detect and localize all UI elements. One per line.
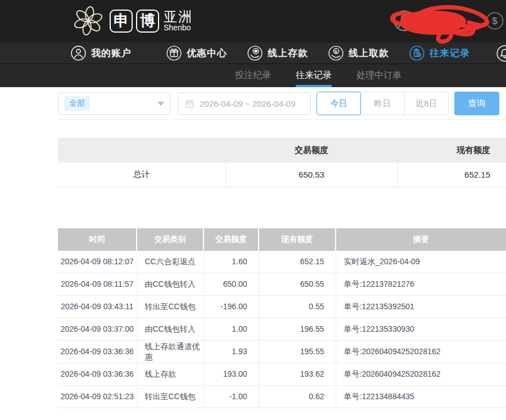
records-subnav: 投注纪录 往来记录 处理中订单 [0, 64, 506, 87]
type-dropdown-selected-tag: 全部 [64, 96, 90, 111]
cell-time: 2026-04-09 03:37:00 [58, 318, 137, 341]
table-row: 2026-04-09 03:37:00 由CC钱包转入 1.00 196.55 … [58, 318, 506, 341]
cell-time: 2026-04-09 08:11:57 [58, 273, 137, 296]
summary-total-row: 总计 650.53 652.15 [58, 162, 506, 187]
search-button[interactable]: 查询 [454, 92, 499, 115]
cell-balance: 0.55 [259, 296, 336, 318]
table-header-row: 时间 交易类别 交易额度 现有额度 摘要 [58, 228, 506, 251]
date-range-value: 2026-04-09 ~ 2026-04-09 [200, 99, 296, 109]
cell-time: 2026-04-09 03:43:11 [58, 296, 137, 318]
cell-time: 2026-04-09 03:36:36 [58, 341, 137, 363]
cell-time: 2026-04-09 02:51:23 [58, 386, 137, 408]
cell-balance: 650.55 [259, 273, 336, 296]
col-category: 交易类别 [137, 228, 204, 251]
summary-header-transaction-amount: 交易额度 [225, 138, 397, 162]
cell-category: 线上存款 [137, 363, 204, 386]
cell-category: 由CC钱包转入 [137, 318, 204, 341]
summary-header-empty [58, 138, 225, 162]
summary-total-label: 总计 [58, 162, 225, 187]
user-icon [71, 46, 86, 61]
col-memo: 摘要 [336, 228, 506, 251]
cell-memo: 单号:122135330930 [336, 318, 506, 341]
chevron-down-icon [157, 102, 164, 106]
table-row: 2026-04-09 02:51:23 转出至CC钱包 -1.00 0.62 单… [58, 386, 506, 408]
date-range-input[interactable]: 2026-04-09 ~ 2026-04-09 [178, 92, 311, 115]
nav-item-withdraw[interactable]: $ 线上取款 [328, 46, 389, 61]
type-dropdown[interactable]: 全部 [58, 92, 170, 115]
filter-bar: 全部 2026-04-09 ~ 2026-04-09 今日 昨日 近8日 查询 [58, 92, 506, 115]
cell-memo: 单号:202604094252028162 [336, 363, 506, 386]
gift-icon [166, 46, 182, 61]
notification-bell-icon[interactable] [496, 45, 506, 62]
main-navigation: 我的账户 优惠中心 线上存款 [0, 42, 506, 64]
totals-summary-table: 交易额度 现有额度 总计 650.53 652.15 [58, 138, 506, 187]
yesterday-button[interactable]: 昨日 [360, 92, 405, 115]
records-icon [409, 46, 424, 61]
cell-category: CC六合彩返点 [137, 251, 204, 273]
cell-memo: 单号:122137821276 [336, 273, 506, 296]
nav-item-transaction-records[interactable]: 往来记录 [409, 46, 470, 61]
table-row: 2026-04-09 03:36:36 线上存款 193.00 193.62 单… [58, 363, 506, 386]
cell-category: 转出至CC钱包 [137, 296, 204, 318]
logo-region-text: 亚洲 [164, 10, 193, 24]
col-amount: 交易额度 [204, 228, 259, 251]
cell-balance: 195.55 [259, 341, 336, 363]
col-time: 时间 [58, 228, 137, 251]
cell-amount: 193.00 [204, 363, 259, 386]
top-header: 申 博 亚洲 Shenbo $ [0, 0, 506, 42]
nav-label: 优惠中心 [187, 47, 227, 60]
logo-char-box: 博 [136, 10, 159, 33]
filter-divider [58, 119, 506, 120]
tab-transaction-records[interactable]: 往来记录 [296, 64, 332, 87]
nav-item-my-account[interactable]: 我的账户 [71, 46, 132, 61]
transactions-table: 时间 交易类别 交易额度 现有额度 摘要 2026-04-09 08:12:07… [58, 228, 506, 409]
cell-category: 转出至CC钱包 [137, 386, 204, 408]
content-area: 全部 2026-04-09 ~ 2026-04-09 今日 昨日 近8日 查询 [0, 92, 506, 408]
cell-amount: 650.00 [204, 273, 259, 296]
nav-label: 线上取款 [349, 47, 389, 60]
withdraw-icon: $ [328, 46, 344, 61]
col-balance: 现有额度 [259, 228, 336, 251]
quick-date-button-group: 今日 昨日 近8日 [317, 92, 449, 115]
tab-pending-orders[interactable]: 处理中订单 [356, 64, 401, 87]
cell-memo: 单号:122135392501 [336, 296, 506, 318]
summary-header-balance: 现有额度 [397, 138, 506, 162]
table-row: 2026-04-09 08:12:07 CC六合彩返点 1.60 652.15 … [58, 251, 506, 273]
summary-header-row: 交易额度 现有额度 [58, 138, 506, 162]
brand-logo[interactable]: 申 博 亚洲 Shenbo [71, 3, 193, 38]
deposit-icon [247, 46, 263, 61]
cell-amount: 1.00 [204, 318, 259, 341]
today-button[interactable]: 今日 [317, 92, 361, 115]
cell-balance: 193.62 [259, 363, 336, 386]
redaction-scribble [387, 0, 495, 45]
nav-item-promotions[interactable]: 优惠中心 [166, 46, 227, 61]
nav-label: 线上存款 [268, 47, 308, 60]
logo-char-box: 申 [110, 10, 133, 33]
nav-label: 我的账户 [91, 47, 132, 60]
nav-label: 往来记录 [430, 47, 470, 60]
nav-item-deposit[interactable]: 线上存款 [247, 46, 308, 61]
table-row: 2026-04-09 03:43:11 转出至CC钱包 -196.00 0.55… [58, 296, 506, 318]
calendar-icon [185, 99, 195, 109]
tab-betting-records[interactable]: 投注纪录 [235, 64, 271, 87]
cell-amount: -196.00 [204, 296, 259, 318]
cell-memo: 实时返水_2026-04-09 [336, 251, 506, 273]
table-row: 2026-04-09 08:11:57 由CC钱包转入 650.00 650.5… [58, 273, 506, 296]
cell-balance: 0.62 [259, 386, 336, 408]
cell-category: 由CC钱包转入 [137, 273, 204, 296]
table-row: 2026-04-09 03:36:36 线上存款通道优惠 1.93 195.55… [58, 341, 506, 363]
cell-amount: 1.93 [204, 341, 259, 363]
svg-text:$: $ [335, 48, 338, 53]
cell-category: 线上存款通道优惠 [137, 341, 204, 363]
last-8-days-button[interactable]: 近8日 [404, 92, 449, 115]
logo-brand-text: Shenbo [164, 24, 193, 32]
cell-memo: 单号:122134884435 [336, 386, 506, 408]
cell-time: 2026-04-09 03:36:36 [58, 363, 137, 386]
cell-balance: 652.15 [259, 251, 336, 273]
summary-transaction-total: 650.53 [225, 162, 397, 187]
cell-memo: 单号:202604094252028162 [336, 341, 506, 363]
flower-logo-icon [71, 3, 105, 38]
cell-amount: 1.60 [204, 251, 259, 273]
cell-balance: 196.55 [259, 318, 336, 341]
cell-time: 2026-04-09 08:12:07 [58, 251, 137, 273]
